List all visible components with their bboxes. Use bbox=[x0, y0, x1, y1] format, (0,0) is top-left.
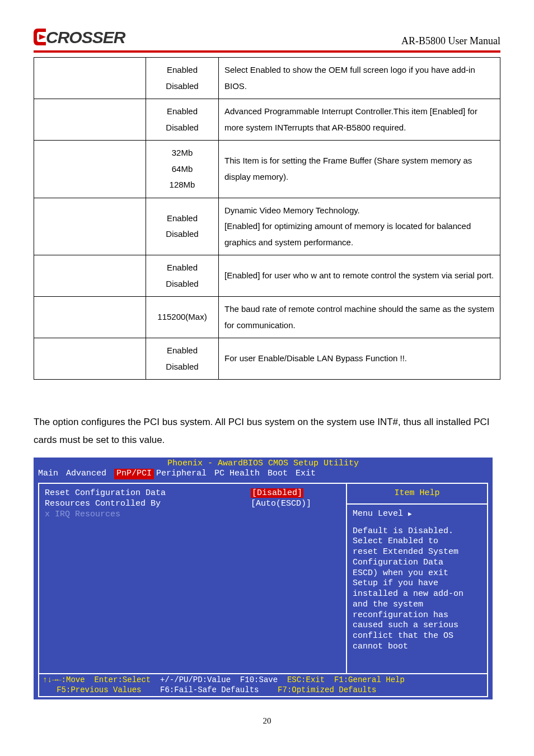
option-label-cell bbox=[34, 141, 146, 198]
option-description-cell: Select Enabled to show the OEM full scre… bbox=[219, 58, 500, 99]
bios-setting-row[interactable]: Reset Configuration Data[Disabled] bbox=[45, 488, 340, 499]
option-label-cell bbox=[34, 99, 146, 141]
bios-setting-row[interactable]: Resources Controlled By[Auto(ESCD)] bbox=[45, 499, 340, 510]
bios-tab[interactable]: Exit bbox=[296, 469, 321, 479]
page-header: CROSSER AR-B5800 User Manual bbox=[34, 28, 500, 47]
bios-tab-bar: MainAdvancedPnP/PCIPeripheralPC HealthBo… bbox=[34, 469, 493, 479]
bios-help-title: Item Help bbox=[347, 484, 487, 505]
option-choices-cell: EnabledDisabled bbox=[146, 255, 219, 297]
logo-mark-icon bbox=[34, 28, 46, 47]
triangle-right-icon: ▶ bbox=[408, 511, 412, 517]
option-description-cell: The baud rate of remote control machine … bbox=[219, 297, 500, 338]
option-label-cell bbox=[34, 338, 146, 380]
bios-tab[interactable]: PC Health bbox=[214, 469, 265, 479]
bios-menu-level: Menu Level ▶ bbox=[353, 509, 481, 520]
option-choices-cell: EnabledDisabled bbox=[146, 338, 219, 380]
options-table: EnabledDisabledSelect Enabled to show th… bbox=[34, 57, 500, 380]
option-choices-cell: 32Mb64Mb128Mb bbox=[146, 141, 219, 198]
table-row: EnabledDisabledFor user Enable/Disable L… bbox=[34, 338, 500, 380]
bios-tab[interactable]: Main bbox=[38, 469, 64, 479]
option-choices-cell: EnabledDisabled bbox=[146, 198, 219, 255]
option-choices-cell: EnabledDisabled bbox=[146, 99, 219, 141]
brand-logo: CROSSER bbox=[34, 28, 125, 47]
option-description-cell: Advanced Programmable Interrupt Controll… bbox=[219, 99, 500, 141]
page-number: 20 bbox=[34, 716, 500, 726]
bios-screenshot: Phoenix - AwardBIOS CMOS Setup Utility M… bbox=[34, 458, 493, 700]
option-description-cell: Dynamic Video Memory Technology.[Enabled… bbox=[219, 198, 500, 255]
bios-setting-label: x IRQ Resources bbox=[45, 510, 251, 520]
table-row: EnabledDisabledAdvanced Programmable Int… bbox=[34, 99, 500, 141]
option-label-cell bbox=[34, 255, 146, 297]
bios-help-text: Default is Disabled. Select Enabled to r… bbox=[353, 526, 481, 652]
bios-tab[interactable]: Peripheral bbox=[156, 469, 212, 479]
option-label-cell bbox=[34, 58, 146, 99]
option-choices-cell: EnabledDisabled bbox=[146, 58, 219, 99]
bios-setting-value bbox=[251, 510, 340, 520]
header-divider bbox=[34, 50, 500, 53]
bios-setting-value: [Disabled] bbox=[251, 488, 340, 499]
table-row: 32Mb64Mb128MbThis Item is for setting th… bbox=[34, 141, 500, 198]
bios-tab[interactable]: PnP/PCI bbox=[114, 469, 154, 479]
bios-footer: ↑↓→←:Move Enter:Select +/-/PU/PD:Value F… bbox=[38, 673, 488, 697]
table-row: EnabledDisabledDynamic Video Memory Tech… bbox=[34, 198, 500, 255]
option-description-cell: [Enabled] for user who w ant to remote c… bbox=[219, 255, 500, 297]
section-paragraph: The option configures the PCI bus system… bbox=[34, 413, 500, 450]
table-row: 115200(Max)The baud rate of remote contr… bbox=[34, 297, 500, 338]
option-description-cell: This Item is for setting the Frame Buffe… bbox=[219, 141, 500, 198]
option-choices-cell: 115200(Max) bbox=[146, 297, 219, 338]
table-row: EnabledDisabledSelect Enabled to show th… bbox=[34, 58, 500, 99]
doc-title: AR-B5800 User Manual bbox=[401, 35, 500, 47]
bios-setting-row[interactable]: x IRQ Resources bbox=[45, 510, 340, 520]
bios-setting-label: Resources Controlled By bbox=[45, 499, 251, 510]
bios-tab[interactable]: Advanced bbox=[66, 469, 112, 479]
bios-setting-label: Reset Configuration Data bbox=[45, 488, 251, 499]
option-label-cell bbox=[34, 198, 146, 255]
option-label-cell bbox=[34, 297, 146, 338]
logo-text: CROSSER bbox=[46, 28, 125, 46]
bios-help-panel: Item Help Menu Level ▶ Default is Disabl… bbox=[347, 484, 487, 673]
bios-settings-panel: Reset Configuration Data[Disabled]Resour… bbox=[39, 484, 347, 673]
bios-title: Phoenix - AwardBIOS CMOS Setup Utility bbox=[34, 458, 493, 469]
table-row: EnabledDisabled[Enabled] for user who w … bbox=[34, 255, 500, 297]
bios-setting-value: [Auto(ESCD)] bbox=[251, 499, 340, 510]
bios-tab[interactable]: Boot bbox=[268, 469, 293, 479]
option-description-cell: For user Enable/Disable LAN Bypass Funct… bbox=[219, 338, 500, 380]
